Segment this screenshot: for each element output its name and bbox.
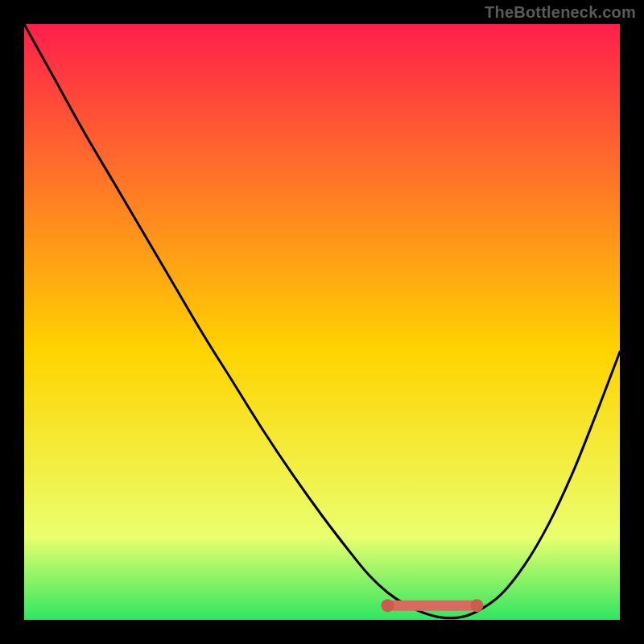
bottleneck-plot: [24, 24, 620, 620]
optimal-range-marker: [381, 599, 483, 612]
watermark-text: TheBottleneck.com: [485, 3, 636, 22]
optimal-range-end-dot: [470, 599, 483, 612]
chart-frame: TheBottleneck.com: [0, 0, 644, 644]
optimal-range-bar: [387, 601, 477, 611]
plot-area: [24, 24, 620, 620]
gradient-background: [24, 24, 620, 620]
optimal-range-start-dot: [381, 599, 394, 612]
